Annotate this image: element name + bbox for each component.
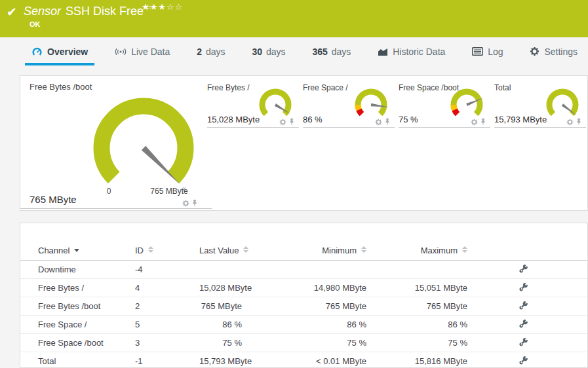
channel-name[interactable]: Free Bytes / [20,279,135,297]
tab-label: Log [488,46,503,57]
gauge-value: 15,793 MByte [494,115,547,124]
channel-maximum: 15,816 MByte [383,352,484,368]
channel-last-value: 75 % [199,334,258,352]
table-row: Total-115,793 MByte< 0.01 MByte15,816 MB… [20,352,587,368]
gauge-tile-icons [279,118,295,126]
column-header-channel[interactable]: Channel [20,240,135,261]
column-header-last-value[interactable]: Last Value [199,240,258,261]
star-filled-icon[interactable]: ★ [150,2,159,12]
star-empty-icon[interactable]: ☆ [175,2,184,12]
table-row: Free Space /boot375 %75 %75 % [20,334,587,352]
channel-table: ChannelIDLast ValueMinimumMaximum Downti… [20,240,587,368]
tab-number: 2 [197,46,202,57]
small-gauge-tiles: Free Bytes /15,028 MByteFree Space /86 %… [207,83,586,128]
gauge-tile-total[interactable]: Total15,793 MByte [494,83,586,128]
tab-log[interactable]: Log [465,37,509,65]
channel-id: 4 [135,279,199,297]
channel-maximum: 75 % [383,334,484,352]
channel-id: 3 [135,334,199,352]
sensor-status-text: OK [29,20,41,28]
column-header-id[interactable]: ID [135,240,199,261]
channel-maximum: 765 MByte [383,297,484,316]
sort-icon [243,246,248,253]
channel-settings-wrench-icon[interactable] [519,319,528,329]
star-empty-icon[interactable]: ☆ [167,2,175,12]
channel-name[interactable]: Free Space / [20,316,135,334]
gauge-title: Total [494,83,511,92]
channel-table-head: ChannelIDLast ValueMinimumMaximum [20,240,587,261]
sort-icon [148,246,153,253]
sensor-header: ✔ SensorSSH Disk Free⚐ ★★★☆☆ OK [0,0,588,37]
channel-last-value: 765 MByte [199,297,258,316]
tab-label: days [332,46,351,57]
tab-365-days[interactable]: 365days [305,37,357,65]
priority-stars[interactable]: ★★★☆☆ [142,2,183,12]
pin-icon [576,118,582,126]
column-label: Maximum [421,246,458,255]
table-row: Free Bytes /415,028 MByte14,980 MByte15,… [20,279,587,297]
channel-id: 5 [135,316,199,334]
channel-settings-wrench-icon[interactable] [519,356,528,365]
channel-last-value [199,261,258,279]
tab-settings[interactable]: Settings [523,37,584,65]
channel-last-value: 86 % [199,316,258,334]
channel-name[interactable]: Total [20,352,135,368]
tab-label: Settings [544,46,578,57]
primary-gauge-scale-min: 0 [96,187,122,196]
channel-id: -4 [135,261,199,279]
status-ok-check-icon: ✔ [7,5,17,19]
channel-settings-wrench-icon[interactable] [519,282,528,292]
star-filled-icon[interactable]: ★ [158,2,167,12]
channel-minimum: < 0.01 MByte [258,352,383,368]
tab-2-days[interactable]: 2days [190,37,231,65]
gauge-tile-icons [566,118,582,126]
small-gear-icon [375,119,382,126]
channel-settings-wrench-icon[interactable] [519,337,528,347]
gauge-tile-free-bytes[interactable]: Free Bytes /15,028 MByte [207,83,299,128]
channel-last-value: 15,028 MByte [199,279,258,297]
tab-30-days[interactable]: 30days [245,37,292,65]
column-header-minimum[interactable]: Minimum [258,240,383,261]
table-row: Free Space /586 %86 %86 % [20,316,587,334]
tab-live-data[interactable]: Live Data [108,37,176,65]
channel-maximum [383,261,484,279]
tab-number: 30 [252,46,262,57]
broadcast-icon [115,47,127,56]
channel-name[interactable]: Free Space /boot [20,334,135,352]
sensor-kind-label: Sensor [24,5,61,18]
chart-icon [378,47,388,56]
channel-table-panel: ChannelIDLast ValueMinimumMaximum Downti… [20,223,588,368]
column-header-maximum[interactable]: Maximum [383,240,484,261]
star-filled-icon[interactable]: ★ [142,2,150,12]
channel-settings-wrench-icon[interactable] [519,264,528,274]
pin-icon [384,118,391,126]
gauge-value: 86 % [303,115,323,124]
channel-name[interactable]: Free Bytes /boot [20,297,135,316]
channel-name[interactable]: Downtime [20,261,135,279]
channel-minimum: 75 % [258,334,383,352]
gauge-tile-free-space[interactable]: Free Space /86 % [303,83,395,128]
primary-gauge-tile[interactable]: Free Bytes /boot x 0 765 MByte 765 MByte [20,76,212,212]
tab-number: 365 [312,46,327,57]
sort-desc-icon [74,249,79,252]
small-gear-icon [471,119,478,126]
tab-historic-data[interactable]: Historic Data [371,37,452,65]
gauge-title: Free Space / [303,83,348,92]
gauges-panel: Free Bytes /boot x 0 765 MByte 765 MByte… [20,75,588,211]
channel-last-value: 15,793 MByte [199,352,258,368]
tab-label: Overview [47,46,88,57]
sensor-title-line: SensorSSH Disk Free⚐ [24,4,152,18]
column-label: Last Value [199,246,239,255]
channel-settings-wrench-icon[interactable] [519,301,528,310]
small-gear-icon [279,119,286,126]
gear-icon [530,46,539,56]
channel-maximum: 15,051 MByte [383,279,484,297]
channel-id: 2 [135,297,199,316]
tab-overview[interactable]: Overview [25,37,94,65]
gauge-tile-free-space-boot[interactable]: Free Space /boot75 % [399,83,490,128]
tab-label: Historic Data [393,46,445,57]
small-gear-icon [566,119,574,126]
channel-minimum [258,261,383,279]
sort-icon [361,246,366,253]
tab-label: days [266,46,286,57]
